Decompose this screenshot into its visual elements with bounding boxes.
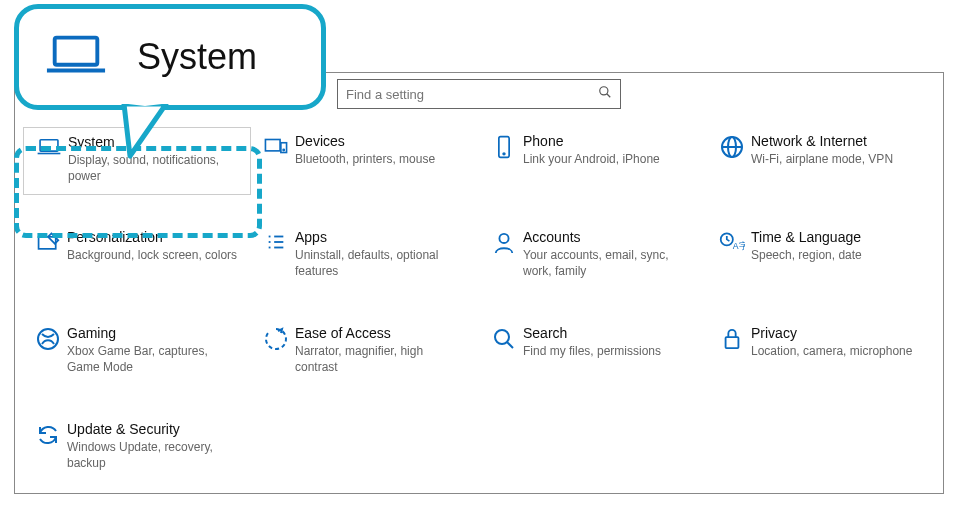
laptop-icon — [30, 134, 68, 158]
callout-tail — [118, 104, 178, 160]
svg-rect-25 — [726, 337, 739, 348]
tile-title: Gaming — [67, 325, 241, 341]
tile-desc: Windows Update, recovery, backup — [67, 439, 241, 471]
tile-desc: Location, camera, microphone — [751, 343, 925, 359]
tile-ease-of-access[interactable]: Ease of Access Narrator, magnifier, high… — [251, 319, 479, 387]
tile-time-language[interactable]: A字 Time & Language Speech, region, date — [707, 223, 935, 291]
svg-point-8 — [503, 153, 505, 155]
svg-text:A字: A字 — [733, 241, 745, 251]
tile-title: Network & Internet — [751, 133, 925, 149]
tile-desc: Link your Android, iPhone — [523, 151, 697, 167]
tile-desc: Find my files, permissions — [523, 343, 697, 359]
tile-title: Update & Security — [67, 421, 241, 437]
tile-desc: Background, lock screen, colors — [67, 247, 241, 263]
svg-point-6 — [283, 149, 284, 150]
tile-desc: Uninstall, defaults, optional features — [295, 247, 469, 279]
svg-point-23 — [495, 330, 509, 344]
callout-title: System — [137, 36, 257, 78]
svg-rect-2 — [40, 140, 58, 151]
svg-rect-4 — [265, 140, 280, 151]
tile-search[interactable]: Search Find my files, permissions — [479, 319, 707, 387]
svg-point-22 — [38, 329, 58, 349]
time-lang-icon: A字 — [713, 229, 751, 253]
tile-phone[interactable]: Phone Link your Android, iPhone — [479, 127, 707, 195]
pen-icon — [29, 229, 67, 253]
tile-update-security[interactable]: Update & Security Windows Update, recove… — [23, 415, 251, 483]
magnifier-icon — [485, 325, 523, 351]
laptop-icon — [45, 31, 107, 83]
ease-access-icon — [257, 325, 295, 351]
tile-title: Phone — [523, 133, 697, 149]
svg-point-0 — [600, 87, 608, 95]
svg-point-19 — [499, 234, 508, 243]
search-icon — [598, 85, 612, 103]
tile-title: Time & Language — [751, 229, 925, 245]
tile-title: Devices — [295, 133, 469, 149]
tile-title: Ease of Access — [295, 325, 469, 341]
person-icon — [485, 229, 523, 255]
devices-icon — [257, 133, 295, 157]
tile-desc: Speech, region, date — [751, 247, 925, 263]
tile-title: Search — [523, 325, 697, 341]
xbox-icon — [29, 325, 67, 351]
svg-line-1 — [607, 94, 611, 98]
globe-icon — [713, 133, 751, 159]
tile-desc: Bluetooth, printers, mouse — [295, 151, 469, 167]
tile-desc: Your accounts, email, sync, work, family — [523, 247, 697, 279]
sync-icon — [29, 421, 67, 447]
settings-grid: System Display, sound, notifications, po… — [15, 127, 943, 483]
svg-line-24 — [507, 342, 513, 348]
tile-apps[interactable]: Apps Uninstall, defaults, optional featu… — [251, 223, 479, 291]
phone-icon — [485, 133, 523, 159]
tile-title: Privacy — [751, 325, 925, 341]
tile-devices[interactable]: Devices Bluetooth, printers, mouse — [251, 127, 479, 195]
tile-gaming[interactable]: Gaming Xbox Game Bar, captures, Game Mod… — [23, 319, 251, 387]
svg-marker-28 — [124, 104, 166, 156]
tile-title: Apps — [295, 229, 469, 245]
tile-accounts[interactable]: Accounts Your accounts, email, sync, wor… — [479, 223, 707, 291]
tile-title: Accounts — [523, 229, 697, 245]
tile-personalization[interactable]: Personalization Background, lock screen,… — [23, 223, 251, 291]
tile-desc: Narrator, magnifier, high contrast — [295, 343, 469, 375]
apps-list-icon — [257, 229, 295, 253]
lock-icon — [713, 325, 751, 351]
callout-bubble: System — [14, 4, 326, 110]
tile-privacy[interactable]: Privacy Location, camera, microphone — [707, 319, 935, 387]
search-input[interactable] — [346, 87, 598, 102]
tile-network[interactable]: Network & Internet Wi-Fi, airplane mode,… — [707, 127, 935, 195]
tile-desc: Xbox Game Bar, captures, Game Mode — [67, 343, 241, 375]
svg-rect-26 — [55, 38, 98, 65]
tile-title: Personalization — [67, 229, 241, 245]
search-box[interactable] — [337, 79, 621, 109]
tile-desc: Wi-Fi, airplane mode, VPN — [751, 151, 925, 167]
